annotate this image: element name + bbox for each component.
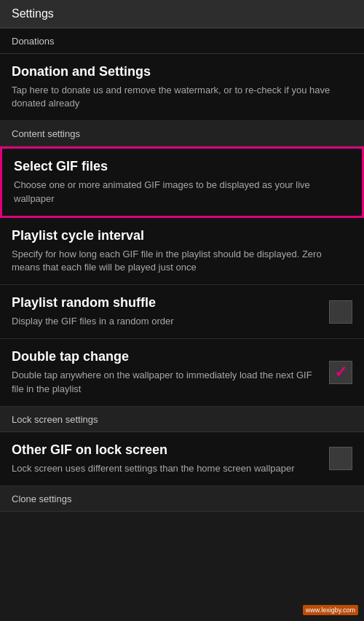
preference-title-playlist-shuffle: Playlist random shuffle: [12, 295, 320, 310]
preference-title-select-gif: Select GIF files: [14, 159, 350, 174]
section-header-clone: Clone settings: [0, 486, 364, 512]
preference-double-tap[interactable]: Double tap change Double tap anywhere on…: [0, 339, 364, 406]
preference-playlist-shuffle[interactable]: Playlist random shuffle Display the GIF …: [0, 285, 364, 339]
preference-summary-double-tap: Double tap anywhere on the wallpaper to …: [12, 369, 320, 395]
section-header-content: Content settings: [0, 121, 364, 147]
preference-donation-settings[interactable]: Donation and Settings Tap here to donate…: [0, 54, 364, 121]
section-header-donations: Donations: [0, 28, 364, 54]
checkmark-double-tap: ✓: [334, 363, 347, 382]
settings-content: Donations Donation and Settings Tap here…: [0, 28, 364, 512]
section-header-content-text: Content settings: [12, 128, 80, 139]
preference-summary-playlist-shuffle: Display the GIF files in a random order: [12, 315, 320, 328]
preference-text-double-tap: Double tap change Double tap anywhere on…: [12, 349, 320, 395]
preference-title-donation-settings: Donation and Settings: [12, 64, 352, 79]
checkbox-playlist-shuffle[interactable]: [329, 300, 352, 324]
title-bar: Settings: [0, 0, 364, 28]
preference-title-double-tap: Double tap change: [12, 349, 320, 364]
preference-text-select-gif: Select GIF files Choose one or more anim…: [14, 159, 350, 205]
section-header-lock-text: Lock screen settings: [12, 414, 98, 425]
title-bar-text: Settings: [12, 7, 54, 20]
preference-summary-other-gif-lock: Lock screen uses different settings than…: [12, 462, 320, 475]
preference-summary-playlist-cycle: Specify for how long each GIF file in th…: [12, 248, 352, 274]
preference-text-playlist-shuffle: Playlist random shuffle Display the GIF …: [12, 295, 320, 328]
section-header-clone-text: Clone settings: [12, 493, 71, 504]
preference-title-other-gif-lock: Other GIF on lock screen: [12, 442, 320, 458]
watermark: www.lexigby.com: [303, 605, 358, 615]
preference-text-other-gif-lock: Other GIF on lock screen Lock screen use…: [12, 442, 320, 475]
preference-text-playlist-cycle: Playlist cycle interval Specify for how …: [12, 228, 352, 274]
checkbox-other-gif-lock[interactable]: [329, 447, 352, 470]
checkbox-double-tap[interactable]: ✓: [329, 361, 352, 384]
preference-summary-select-gif: Choose one or more animated GIF images t…: [14, 179, 350, 205]
section-header-lock: Lock screen settings: [0, 407, 364, 432]
preference-summary-donation-settings: Tap here to donate us and remove the wat…: [12, 84, 352, 110]
preference-title-playlist-cycle: Playlist cycle interval: [12, 228, 352, 243]
preference-playlist-cycle[interactable]: Playlist cycle interval Specify for how …: [0, 218, 364, 285]
preference-text-donation-settings: Donation and Settings Tap here to donate…: [12, 64, 352, 110]
preference-select-gif[interactable]: Select GIF files Choose one or more anim…: [0, 147, 364, 217]
preference-other-gif-lock[interactable]: Other GIF on lock screen Lock screen use…: [0, 432, 364, 486]
section-header-donations-text: Donations: [12, 36, 55, 47]
